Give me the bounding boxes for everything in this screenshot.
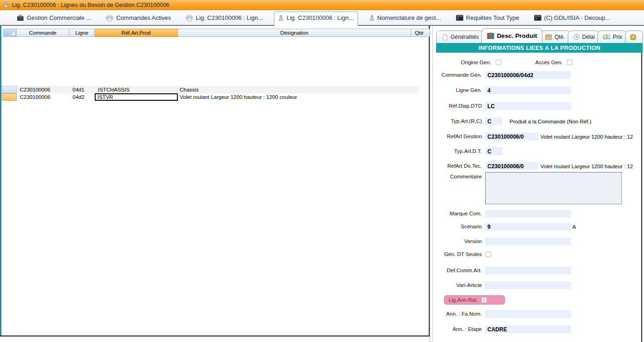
- ligne-gen-label: Ligne Gén.: [430, 86, 482, 94]
- cell-ref-art-prod-focused[interactable]: ISTVR: [95, 93, 178, 101]
- ref-diap-dtd-label: Réf.Diap.DTD: [430, 102, 482, 110]
- gold-doc-icon: [630, 34, 636, 40]
- gen-dt-seules-checkbox[interactable]: [486, 251, 491, 257]
- lines-grid-panel: Commande Ligne Réf.Art.Prod Désignation …: [0, 26, 430, 336]
- window-title: Lig. C230100006 : Lignes du Besoin de Ge…: [12, 2, 170, 8]
- tab-generalites[interactable]: Généralités: [436, 31, 484, 43]
- scenario-field[interactable]: 9: [485, 223, 571, 231]
- typ-art-rc-field[interactable]: C: [485, 117, 503, 125]
- pawn-icon: [3, 1, 9, 8]
- typ-art-dt-label: Typ.Art.D.T.: [430, 147, 482, 155]
- refart-dotec-field[interactable]: C230100006/0: [485, 162, 538, 170]
- cell-commande[interactable]: C230100006: [17, 93, 69, 101]
- package-icon: [545, 34, 552, 40]
- tab-label: Délai: [582, 34, 595, 40]
- tab-lig-lignes-1[interactable]: Lig. C230100006 : Lign...: [182, 12, 267, 25]
- typ-art-dt-field[interactable]: C: [485, 147, 503, 155]
- def-comm-art-field[interactable]: [485, 267, 571, 275]
- tab-qte[interactable]: Qté.: [540, 31, 571, 43]
- cell-ref-art-prod[interactable]: ISTCHASSIS: [95, 86, 178, 93]
- pawn-icon: [278, 15, 284, 21]
- tab-prix[interactable]: Prix: [597, 31, 628, 43]
- refart-dotec-description: Volet roulant Largeur 1200 hauteur : 12: [541, 162, 642, 170]
- vari-article-field[interactable]: [485, 281, 571, 289]
- page-icon: [442, 34, 448, 41]
- ann-fa-nom-label: Ann. : Fa.Nom.: [430, 310, 482, 318]
- row-selector[interactable]: [2, 93, 17, 101]
- form-right-border: [641, 53, 642, 342]
- column-header-qte[interactable]: Qté: [411, 29, 430, 37]
- tab-label: Desc. Produit: [497, 32, 537, 39]
- column-header-designation[interactable]: Désignation: [178, 29, 411, 37]
- origine-gen-label: Origine Gen.: [430, 59, 491, 67]
- tab-label: Qté.: [554, 34, 565, 40]
- ann-etape-field[interactable]: CADRE: [485, 325, 571, 333]
- pawn-icon: [369, 15, 375, 21]
- detail-tab-bar: Généralités Desc. Produit Qté. Délai: [436, 28, 644, 43]
- typ-art-rc-description: Produit a la Commande (Non Réf.): [510, 117, 641, 125]
- marque-com-field[interactable]: [485, 210, 571, 218]
- column-header-ref-art-prod[interactable]: Réf.Art.Prod: [95, 29, 178, 37]
- commande-gen-field[interactable]: C230100006/04d2: [485, 71, 571, 79]
- tab-nomenclature[interactable]: Nomenclature de gest...: [365, 12, 445, 25]
- books-icon: [487, 32, 494, 39]
- grid-select-all-corner[interactable]: [3, 29, 17, 37]
- table-row[interactable]: C230100006 04d2 ISTVR Volet roulant Larg…: [2, 93, 418, 101]
- acces-gen-label: Accès Gen.: [499, 59, 563, 67]
- scenario-label: Scénario: [430, 223, 482, 231]
- tab-partial-hidden[interactable]: [625, 31, 643, 43]
- product-detail-panel: Généralités Desc. Produit Qté. Délai: [430, 26, 644, 342]
- ann-fa-nom-field[interactable]: [485, 310, 571, 318]
- refart-gestion-field[interactable]: C230100006/0: [485, 133, 538, 140]
- application-window: Lig. C230100006 : Lignes du Besoin de Ge…: [0, 0, 644, 342]
- version-label: Version: [430, 238, 482, 245]
- refart-gestion-label: RefArt Gestion: [430, 133, 482, 140]
- marque-com-label: Marque Com.: [430, 210, 482, 218]
- table-row[interactable]: C230100006 04d1 ISTCHASSIS Chassis: [2, 86, 418, 93]
- vari-article-label: Vari-Article: [430, 281, 482, 289]
- cell-ligne[interactable]: 04d1: [69, 86, 95, 93]
- tab-label: Gestion Commerciale ...: [27, 14, 91, 21]
- scenario-suffix: A: [572, 223, 582, 231]
- commande-gen-label: Commande Gén.: [430, 71, 482, 79]
- lig-ann-rat-label: Lig.Ann.Rat.: [444, 297, 481, 303]
- lig-ann-rat-checkbox[interactable]: ✓: [481, 297, 487, 303]
- tab-label: Nomenclature de gest...: [377, 14, 441, 21]
- acces-gen-checkbox[interactable]: [567, 60, 572, 65]
- typ-art-rc-label: Typ.Art.(R,C): [430, 117, 482, 125]
- ann-etape-label: Ann. : Etape: [430, 325, 482, 333]
- row-selector[interactable]: [2, 86, 17, 93]
- console-icon: [534, 15, 541, 21]
- tab-lig-lignes-2-active[interactable]: Lig. C230100006 : Lign...: [274, 12, 358, 26]
- refart-gestion-description: Volet roulant Largeur 1200 hauteur : 12: [541, 133, 642, 140]
- column-header-ligne[interactable]: Ligne: [69, 29, 95, 37]
- commentaire-textarea[interactable]: [485, 172, 622, 204]
- briefcase-icon: [17, 15, 24, 21]
- cell-ligne[interactable]: 04d2: [69, 93, 95, 101]
- tab-gdl-isia-decoup[interactable]: (C) GDL/ISIA - Decoup...: [530, 12, 614, 25]
- tab-commandes-actives[interactable]: Commandes Actives: [102, 12, 175, 25]
- version-field[interactable]: [485, 238, 571, 245]
- main-tab-bar: Gestion Commerciale ... Commandes Active…: [0, 10, 644, 26]
- cell-designation[interactable]: Chassis: [178, 86, 411, 93]
- section-banner: INFORMATIONS LIEES A LA PRODUCTION: [436, 43, 643, 53]
- tab-desc-produit[interactable]: Desc. Produit: [481, 28, 542, 43]
- tab-gestion-commerciale[interactable]: Gestion Commerciale ...: [13, 12, 95, 25]
- grid-header-row: Commande Ligne Réf.Art.Prod Désignation …: [3, 29, 430, 37]
- window-title-bar[interactable]: Lig. C230100006 : Lignes du Besoin de Ge…: [0, 0, 644, 10]
- tab-requetes-tout-type[interactable]: Requêtes Tout Type: [452, 12, 523, 25]
- gen-dt-seules-label: Gén. DT Seules: [430, 250, 482, 258]
- clock-icon: [573, 34, 580, 40]
- tab-label: Prix: [613, 34, 622, 40]
- ligne-gen-field[interactable]: 4: [485, 86, 571, 94]
- cell-designation[interactable]: Volet roulant Largeur 1200 hauteur : 120…: [178, 93, 411, 101]
- printer-icon: [186, 15, 193, 21]
- tab-label: Lig. C230100006 : Lign...: [196, 14, 263, 21]
- cell-commande[interactable]: C230100006: [17, 86, 69, 93]
- refart-dotec-label: RefArt Do.Tec.: [430, 162, 482, 170]
- tab-label: Généralités: [450, 34, 479, 40]
- tab-label: Requêtes Tout Type: [466, 14, 519, 21]
- ref-diap-dtd-field[interactable]: LC: [485, 102, 571, 110]
- column-header-commande[interactable]: Commande: [17, 29, 69, 37]
- tab-delai[interactable]: Délai: [568, 31, 600, 43]
